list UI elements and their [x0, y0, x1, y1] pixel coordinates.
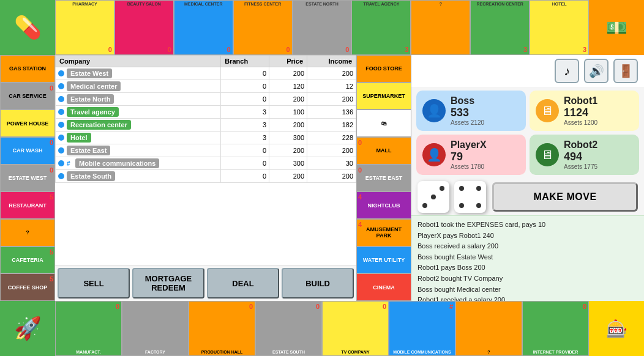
- left-cell-5: RESTAURANT5: [0, 191, 55, 219]
- left-cell-4: ESTATE WEST0: [0, 165, 55, 192]
- col-price: Price: [269, 56, 307, 67]
- top-cell-8: HOTEL3: [530, 0, 589, 55]
- player-card-robot1: 🖥 Robot1 1124 Assets 1200: [530, 91, 639, 131]
- top-board: 💊 PHARMACY0BEAUTY SALON0MEDICAL CENTER0F…: [0, 0, 644, 55]
- player-name: PlayerX: [451, 139, 487, 150]
- company-name-cell: Travel agency: [56, 106, 221, 119]
- exit-icon[interactable]: 🚪: [613, 59, 638, 83]
- table-row[interactable]: Estate North 0 200 200: [56, 93, 356, 106]
- top-cells: PHARMACY0BEAUTY SALON0MEDICAL CENTER0FIT…: [55, 0, 589, 55]
- top-cell-6: ?: [411, 0, 470, 55]
- player-assets: Assets 1200: [564, 119, 597, 126]
- top-cell-5: TRAVEL AGENCY3: [351, 0, 411, 55]
- left-cell-6: ?: [0, 219, 55, 247]
- right-cell-8: 4CINEMA: [356, 273, 411, 301]
- log-entry: Boss received a salary 200: [417, 241, 638, 252]
- log-entry: Robot1 received a salary 200: [417, 295, 638, 301]
- bottom-cell-4: 0TV COMPANY: [322, 301, 389, 356]
- player-card-playerx: 👤 PlayerX 79 Assets 1780: [416, 135, 526, 175]
- right-cell-4: 0ESTATE EAST: [356, 165, 411, 192]
- players-grid: 👤 Boss 533 Assets 2120 🖥 Robot1 1124 Ass…: [411, 87, 644, 179]
- log-entry: PlayerX pays Robot1 240: [417, 231, 638, 242]
- left-cell-8: COFFEE SHOP5: [0, 273, 55, 301]
- sound-icon[interactable]: 🔊: [584, 59, 608, 83]
- left-cell-1: CAR SERVICE0: [0, 83, 55, 110]
- company-name-cell: Estate North: [56, 93, 221, 106]
- player-money: 79: [451, 150, 487, 163]
- far-right-panel: ♪ 🔊 🚪 👤 Boss 533 Assets 2120 🖥 Robot1 11…: [411, 55, 644, 301]
- right-cell-3: 0MALL: [356, 137, 411, 165]
- company-name-cell: Medical center: [56, 80, 221, 93]
- make-move-button[interactable]: MAKE MOVE: [492, 182, 638, 212]
- table-row[interactable]: Estate South 0 200 200: [56, 170, 356, 183]
- bottom-cell-2: 0PRODUCTION HALL: [189, 301, 255, 356]
- left-cell-3: CAR WASH0: [0, 137, 55, 165]
- left-cell-7: CAFETERIA5: [0, 247, 55, 274]
- left-cell-0: GAS STATION: [0, 55, 55, 83]
- log-entry: Boss bought Medical center: [417, 284, 638, 295]
- bottom-cell-6: ?: [455, 301, 522, 356]
- top-cell-0: PHARMACY0: [55, 0, 114, 55]
- company-name-cell: Estate East: [56, 144, 221, 157]
- table-row[interactable]: Recreation center 3 200 182: [56, 119, 356, 132]
- col-income: Income: [307, 56, 356, 67]
- table-row[interactable]: # Mobile communications 0 300 30: [56, 157, 356, 170]
- player-info: PlayerX 79 Assets 1780: [451, 139, 487, 170]
- right-cell-1: SUPERMARKET: [356, 83, 411, 110]
- build-button[interactable]: BUILD: [282, 268, 354, 299]
- company-name-cell: # Mobile communications: [56, 157, 221, 170]
- top-right-corner: 💵: [589, 0, 644, 55]
- player-assets: Assets 2120: [451, 119, 484, 126]
- mortgage-button[interactable]: MORTGAGE REDEEM: [132, 268, 204, 299]
- right-cell-7: WATER UTILITY: [356, 247, 411, 274]
- dice-and-button: MAKE MOVE: [411, 179, 644, 215]
- table-row[interactable]: Travel agency 3 100 136: [56, 106, 356, 119]
- table-row[interactable]: Medical center 0 120 12: [56, 80, 356, 93]
- middle-row: GAS STATIONCAR SERVICE0POWER HOUSECAR WA…: [0, 55, 644, 301]
- company-name-cell: Estate South: [56, 170, 221, 183]
- die-2: [454, 181, 486, 213]
- table-row[interactable]: Estate East 0 200 200: [56, 144, 356, 157]
- top-cell-3: FITNESS CENTER0: [233, 0, 293, 55]
- log-entry: Robot1 took the EXPENSES card, pays 10: [417, 220, 638, 231]
- company-table: Company Branch Price Income Estate West …: [55, 55, 356, 265]
- deal-button[interactable]: DEAL: [207, 268, 279, 299]
- player-card-robot2: 🖥 Robot2 494 Assets 1775: [530, 135, 639, 175]
- top-icons: ♪ 🔊 🚪: [411, 55, 644, 87]
- player-info: Robot2 494 Assets 1775: [564, 139, 597, 170]
- bottom-right-corner: 🎰: [589, 301, 644, 356]
- col-branch: Branch: [221, 56, 269, 67]
- company-name-cell: Hotel: [56, 132, 221, 144]
- bottom-cell-5: #MOBILE COMMUNICATIONS: [389, 301, 455, 356]
- player-money: 1124: [564, 106, 597, 119]
- top-cell-1: BEAUTY SALON0: [114, 0, 174, 55]
- right-cell-0: FOOD STORE: [356, 55, 411, 83]
- top-cell-7: RECREATION CENTER3: [470, 0, 530, 55]
- dice-container: [417, 181, 486, 213]
- avatar-robot2: 🖥: [536, 143, 559, 166]
- bottom-cell-3: 0ESTATE SOUTH: [255, 301, 322, 356]
- log-entry: Robot1 pays Boss 200: [417, 262, 638, 273]
- bottom-buttons: SELL MORTGAGE REDEEM DEAL BUILD: [55, 265, 356, 301]
- music-icon[interactable]: ♪: [555, 59, 579, 83]
- top-cell-2: MEDICAL CENTER0: [174, 0, 233, 55]
- player-info: Robot1 1124 Assets 1200: [564, 95, 597, 126]
- bottom-board: 🚀 0MANUFACT.FACTORY0PRODUCTION HALL0ESTA…: [0, 301, 644, 356]
- player-money: 494: [564, 150, 597, 163]
- avatar-robot1: 🖥: [536, 99, 559, 122]
- avatar-boss: 👤: [422, 99, 446, 122]
- right-cell-5: 4NIGHTCLUB: [356, 191, 411, 219]
- top-left-corner: 💊: [0, 0, 55, 55]
- table-row[interactable]: Estate West 0 200 200: [56, 67, 356, 80]
- player-info: Boss 533 Assets 2120: [451, 95, 484, 126]
- right-cell-6: 4AMUSEMENT PARK: [356, 219, 411, 247]
- main-center: Company Branch Price Income Estate West …: [55, 55, 356, 301]
- player-assets: Assets 1780: [451, 163, 487, 170]
- event-log: Robot1 took the EXPENSES card, pays 10Pl…: [411, 215, 644, 301]
- player-name: Boss: [451, 95, 484, 106]
- player-name: Robot1: [564, 95, 597, 106]
- left-sidebar: GAS STATIONCAR SERVICE0POWER HOUSECAR WA…: [0, 55, 55, 301]
- table-row[interactable]: Hotel 3 300 228: [56, 132, 356, 144]
- sell-button[interactable]: SELL: [58, 268, 130, 299]
- company-name-cell: Recreation center: [56, 119, 221, 132]
